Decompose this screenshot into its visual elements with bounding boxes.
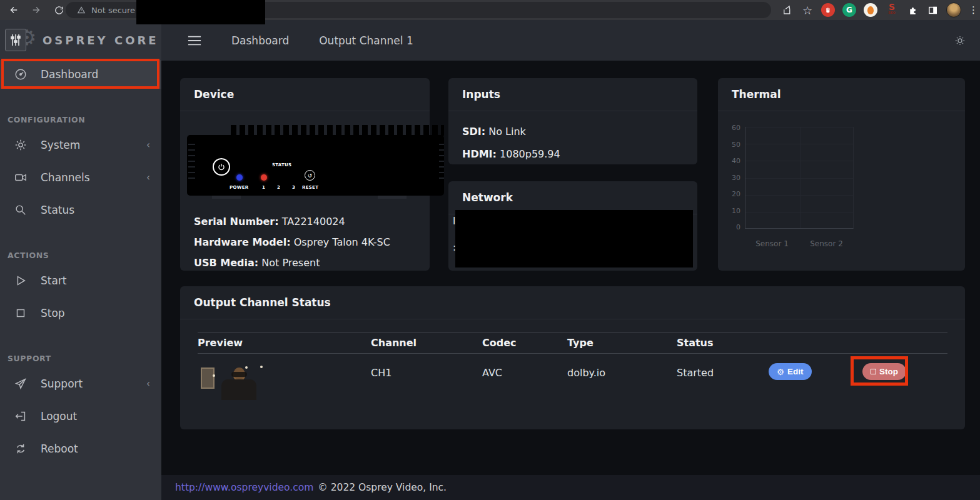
- browser-menu-kebab-icon[interactable]: ⋮: [969, 9, 975, 12]
- device-usb-row: USB Media: Not Present: [194, 252, 430, 273]
- reload-icon[interactable]: [53, 4, 65, 16]
- field-label: Hardware Model:: [194, 236, 291, 248]
- col-channel: Channel: [371, 337, 482, 349]
- chart-y-axis: 60 50 40 30 20 10 0: [724, 124, 740, 231]
- magnifier-icon: [14, 203, 28, 217]
- cell-codec: AVC: [482, 358, 567, 379]
- sidebar-item-channels[interactable]: Channels ‹: [0, 163, 161, 192]
- power-led-blue: [236, 174, 243, 181]
- nav-link-dashboard[interactable]: Dashboard: [231, 34, 289, 47]
- redacted-url: [136, 0, 265, 24]
- brand-name: OSPREY CORE: [43, 34, 159, 47]
- sidebar-section-configuration: CONFIGURATION: [8, 115, 161, 124]
- stop-square-icon: [14, 306, 28, 320]
- y-tick: 20: [732, 190, 740, 198]
- inputs-card-title: Inputs: [448, 78, 697, 111]
- sidebar: ⚙ OSPREY CORE Dashboard CONFIGURATION Sy…: [0, 20, 161, 500]
- cell-status: Started: [677, 358, 769, 379]
- output-channel-table: Preview Channel Codec Type Status: [198, 332, 947, 380]
- sidebar-item-label: Logout: [41, 410, 77, 422]
- device-serial-row: Serial Number: TA22140024: [194, 211, 430, 232]
- field-value: TA22140024: [282, 216, 345, 228]
- sidebar-item-system[interactable]: System ‹: [0, 131, 161, 159]
- sdi-input-row: SDI: No Link: [462, 121, 684, 143]
- device-led-number: 3: [292, 185, 295, 190]
- edit-button[interactable]: ⚙Edit: [769, 363, 812, 380]
- status-led-red: [261, 174, 267, 181]
- footer-link[interactable]: http://www.ospreyvideo.com: [175, 482, 313, 493]
- share-icon[interactable]: [781, 4, 794, 16]
- profile-avatar[interactable]: [946, 2, 961, 18]
- col-preview: Preview: [198, 337, 371, 349]
- output-card-title: Output Channel Status: [180, 286, 965, 319]
- sidebar-item-dashboard[interactable]: Dashboard: [0, 60, 161, 89]
- forward-icon[interactable]: [30, 4, 43, 16]
- back-icon[interactable]: [8, 4, 20, 16]
- video-camera-icon: [14, 171, 28, 184]
- device-power-button-icon: [213, 158, 230, 176]
- network-card: Network I :: [448, 181, 697, 271]
- y-tick: 40: [732, 157, 740, 165]
- stop-button[interactable]: Stop: [862, 363, 906, 380]
- page-footer: http://www.ospreyvideo.com © 2022 Osprey…: [161, 475, 980, 500]
- sidebar-item-label: Support: [41, 378, 83, 390]
- device-card-title: Device: [180, 78, 430, 111]
- table-row: CH1 AVC dolby.io Started ⚙Edit: [198, 354, 947, 380]
- device-card: Device STATUS POWER 1 2 3 ↺ RESET Seri: [180, 78, 430, 271]
- y-tick: 10: [732, 207, 740, 215]
- device-status-label: STATUS: [272, 162, 291, 168]
- warning-icon: [77, 6, 86, 14]
- browser-toolbar: Not secure ☆ G S SEO ⋮: [0, 0, 980, 20]
- bookmark-star-icon[interactable]: ☆: [801, 4, 814, 16]
- output-channel-status-card: Output Channel Status Preview Channel Co…: [180, 286, 965, 429]
- table-header-row: Preview Channel Codec Type Status: [198, 332, 947, 354]
- sidebar-item-status[interactable]: Status: [0, 196, 161, 224]
- footer-copyright: © 2022 Osprey Video, Inc.: [318, 482, 447, 493]
- y-tick: 50: [732, 141, 740, 149]
- field-value: 1080p59.94: [500, 148, 560, 160]
- sidebar-item-reboot[interactable]: Reboot: [0, 434, 161, 463]
- device-led-number: 2: [277, 185, 280, 190]
- sidebar-item-label: Stop: [41, 307, 65, 319]
- gear-icon: ⚙: [777, 367, 784, 377]
- sidebar-item-label: Reboot: [41, 442, 78, 455]
- seo-extension-icon[interactable]: S SEO: [885, 3, 899, 17]
- logout-icon: [14, 409, 28, 423]
- chart-plot-area: [745, 127, 854, 229]
- sidepanel-icon[interactable]: [926, 4, 939, 16]
- sidebar-item-logout[interactable]: Logout: [0, 402, 161, 431]
- sidebar-item-support[interactable]: Support ‹: [0, 369, 161, 398]
- thermal-card: Thermal 60 50 40 30 20 10 0 Sensor 1 Sen…: [718, 78, 965, 271]
- sidebar-item-start[interactable]: Start: [0, 266, 161, 295]
- y-tick: 60: [732, 124, 740, 132]
- brand-logo[interactable]: ⚙ OSPREY CORE: [0, 20, 161, 60]
- osprey-logo-icon: ⚙: [5, 28, 34, 52]
- adblock-extension-icon[interactable]: [821, 3, 835, 17]
- nav-link-output-channel-1[interactable]: Output Channel 1: [319, 34, 413, 47]
- extensions-puzzle-icon[interactable]: [906, 4, 919, 16]
- chart-x-axis: Sensor 1 Sensor 2: [745, 239, 854, 248]
- device-front-panel-image: STATUS POWER 1 2 3 ↺ RESET: [187, 125, 444, 196]
- device-reset-button-icon: ↺: [305, 170, 315, 181]
- hamburger-menu-icon[interactable]: [188, 35, 201, 46]
- field-value: Not Present: [261, 257, 320, 269]
- sidebar-item-stop[interactable]: Stop: [0, 299, 161, 328]
- device-led-number: 1: [262, 185, 265, 190]
- field-value: Osprey Talon 4K-SC: [294, 236, 390, 248]
- x-category-label: Sensor 1: [745, 239, 799, 248]
- field-label: USB Media:: [194, 257, 258, 269]
- egg-extension-icon[interactable]: [864, 3, 877, 17]
- col-status: Status: [677, 337, 769, 349]
- theme-sun-icon[interactable]: [954, 34, 966, 47]
- top-navbar: Dashboard Output Channel 1: [161, 20, 980, 61]
- send-icon: [14, 377, 28, 391]
- x-category-label: Sensor 2: [799, 239, 854, 248]
- field-value: No Link: [488, 126, 526, 138]
- reboot-icon: [14, 442, 28, 456]
- gauge-icon: [14, 68, 28, 81]
- y-tick: 0: [736, 223, 740, 231]
- col-type: Type: [567, 337, 677, 349]
- grammarly-extension-icon[interactable]: G: [842, 3, 856, 17]
- device-model-row: Hardware Model: Osprey Talon 4K-SC: [194, 232, 430, 252]
- sidebar-section-support: SUPPORT: [8, 354, 161, 363]
